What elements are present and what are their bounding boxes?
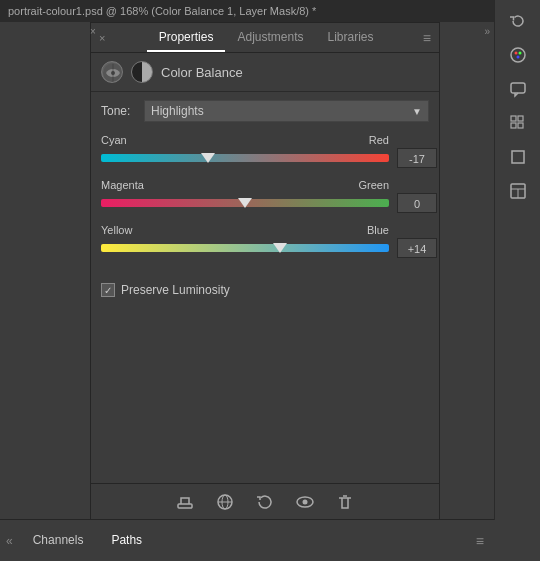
- comment-icon[interactable]: [500, 74, 536, 104]
- tab-channels[interactable]: Channels: [19, 520, 98, 561]
- yellow-blue-thumb[interactable]: [273, 243, 287, 253]
- view-previous-state-icon[interactable]: [211, 489, 239, 515]
- svg-point-21: [303, 499, 308, 504]
- blue-label: Blue: [367, 224, 389, 236]
- magenta-green-value[interactable]: 0: [397, 193, 437, 213]
- tone-dropdown[interactable]: Highlights ▼: [144, 100, 429, 122]
- title-text: portrait-colour1.psd @ 168% (Color Balan…: [8, 5, 316, 17]
- yellow-label: Yellow: [101, 224, 132, 236]
- panel-menu-button[interactable]: ≡: [423, 30, 431, 46]
- magenta-green-labels: Magenta Green: [101, 179, 389, 191]
- cyan-red-value[interactable]: -17: [397, 148, 437, 168]
- bottom-bar-expand-button[interactable]: «: [0, 520, 19, 561]
- svg-rect-16: [178, 504, 192, 508]
- calc-icon[interactable]: [500, 176, 536, 206]
- yellow-blue-labels: Yellow Blue: [101, 224, 389, 236]
- balance-icon: [101, 61, 123, 83]
- bottom-expand-arrow-icon: «: [6, 534, 13, 548]
- yellow-blue-track[interactable]: [101, 244, 389, 252]
- panel-left-collapse-icon[interactable]: ×: [86, 22, 100, 41]
- bottom-bar: « Channels Paths ≡: [0, 519, 494, 561]
- panel-title: Color Balance: [161, 65, 243, 80]
- cyan-red-track-container[interactable]: -17: [101, 149, 389, 167]
- preserve-luminosity-checkbox[interactable]: [101, 283, 115, 297]
- svg-rect-9: [512, 151, 524, 163]
- panel-title-row: Color Balance: [91, 53, 439, 92]
- cyan-label: Cyan: [101, 134, 127, 146]
- sliders-container: Cyan Red -17 Magenta Green 0: [91, 130, 439, 273]
- panel-tabs: Properties Adjustments Libraries: [147, 24, 386, 52]
- tone-row: Tone: Highlights ▼: [91, 92, 439, 130]
- svg-point-2: [518, 52, 521, 55]
- delete-adjustment-icon[interactable]: [331, 489, 359, 515]
- collapse-panel-arrow[interactable]: »: [480, 22, 494, 41]
- properties-panel: × Properties Adjustments Libraries ≡ Col…: [90, 22, 440, 520]
- svg-rect-4: [511, 83, 525, 93]
- grid-icon[interactable]: [500, 108, 536, 138]
- cyan-red-thumb[interactable]: [201, 153, 215, 163]
- cyan-red-labels: Cyan Red: [101, 134, 389, 146]
- tab-adjustments[interactable]: Adjustments: [225, 24, 315, 52]
- bottom-bar-menu-icon[interactable]: ≡: [476, 533, 484, 549]
- panel-header: × Properties Adjustments Libraries ≡: [91, 23, 439, 53]
- tab-libraries[interactable]: Libraries: [315, 24, 385, 52]
- magenta-green-thumb[interactable]: [238, 198, 252, 208]
- svg-rect-7: [511, 123, 516, 128]
- tab-paths[interactable]: Paths: [97, 520, 156, 561]
- svg-point-1: [514, 52, 517, 55]
- panel-close-button[interactable]: ×: [99, 32, 105, 44]
- svg-rect-5: [511, 116, 516, 121]
- toggle-layer-visibility-icon[interactable]: [291, 489, 319, 515]
- reset-to-defaults-icon[interactable]: [251, 489, 279, 515]
- yellow-blue-track-container[interactable]: +14: [101, 239, 389, 257]
- dropdown-chevron-icon: ▼: [412, 106, 422, 117]
- preserve-luminosity-row: Preserve Luminosity: [91, 273, 439, 307]
- tone-label: Tone:: [101, 104, 136, 118]
- magenta-label: Magenta: [101, 179, 144, 191]
- green-label: Green: [358, 179, 389, 191]
- title-bar: portrait-colour1.psd @ 168% (Color Balan…: [0, 0, 540, 22]
- mask-icon: [131, 61, 153, 83]
- svg-point-0: [511, 48, 525, 62]
- yellow-blue-slider-row: Yellow Blue +14: [101, 224, 389, 257]
- magenta-green-track[interactable]: [101, 199, 389, 207]
- preserve-luminosity-label: Preserve Luminosity: [121, 283, 230, 297]
- svg-rect-8: [518, 123, 523, 128]
- square-icon[interactable]: [500, 142, 536, 172]
- panel-bottom-toolbar: [91, 483, 439, 519]
- svg-rect-6: [518, 116, 523, 121]
- bottom-tabs: Channels Paths: [19, 520, 156, 561]
- clip-to-layer-icon[interactable]: [171, 489, 199, 515]
- cyan-red-slider-row: Cyan Red -17: [101, 134, 389, 167]
- palette-icon[interactable]: [500, 40, 536, 70]
- magenta-green-track-container[interactable]: 0: [101, 194, 389, 212]
- yellow-blue-value[interactable]: +14: [397, 238, 437, 258]
- undo-icon[interactable]: [500, 6, 536, 36]
- right-toolbar: [494, 0, 540, 520]
- magenta-green-slider-row: Magenta Green 0: [101, 179, 389, 212]
- tab-properties[interactable]: Properties: [147, 24, 226, 52]
- tone-value: Highlights: [151, 104, 204, 118]
- cyan-red-track[interactable]: [101, 154, 389, 162]
- svg-point-3: [516, 56, 519, 59]
- red-label: Red: [369, 134, 389, 146]
